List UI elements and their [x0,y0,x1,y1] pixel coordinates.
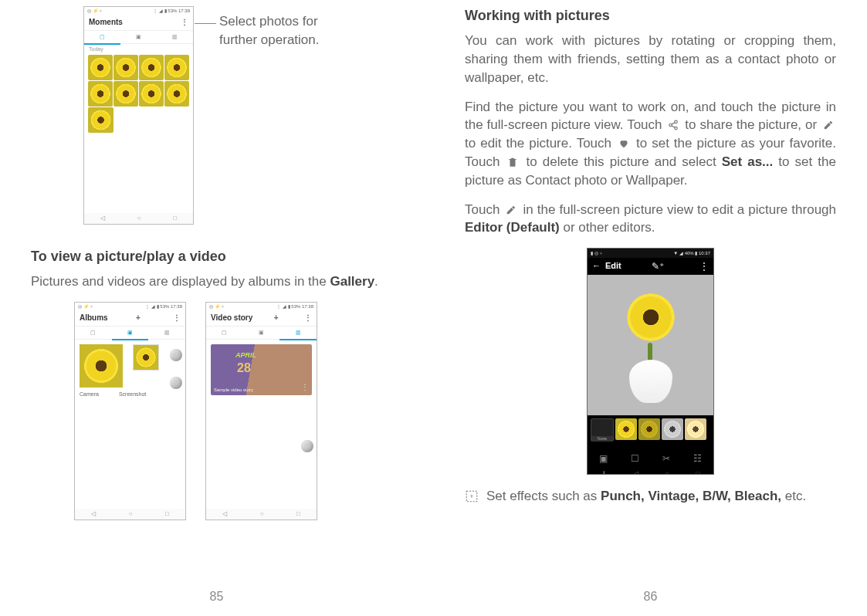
phone-mock-moments: ◎ ⚡ ♀ ⋮ ◢ ▮ 53% 17:38 Moments ⋮ ▢ ▣ ▥ To… [83,6,194,225]
share-icon [667,117,679,128]
photo-thumb[interactable] [88,81,113,107]
nav-back-icon[interactable]: ◁ [222,509,227,518]
svg-line-4 [672,126,675,127]
menu-icon[interactable]: ⋮ [300,313,317,323]
statusbar-left: ◎ ⚡ ♀ [78,303,93,310]
nav-back-icon[interactable]: ◁ [634,469,638,476]
working-p2: Find the picture you want to work on, an… [465,98,836,190]
nav-recent-icon[interactable]: □ [173,214,177,222]
tool-crop-icon[interactable]: ✂ [662,452,670,465]
tab-albums[interactable]: ▣ [243,327,280,339]
photo-thumb[interactable] [113,55,138,80]
photo-thumb[interactable] [139,81,164,107]
nav-home-icon[interactable]: ○ [665,469,669,476]
effects-bullet: + Set effects such as Punch, Vintage, B/… [465,487,836,509]
svg-line-3 [672,123,675,124]
pencil-icon [505,202,517,213]
tab-albums[interactable]: ▣ [112,327,149,340]
nav-back-icon[interactable]: ◁ [91,509,96,518]
video-more-icon[interactable]: ⋮ [301,382,309,393]
tab-albums[interactable]: ▣ [120,31,157,43]
effect-thumb[interactable] [615,418,637,440]
photo-grid [84,55,193,133]
today-label: Today [84,44,193,55]
moments-tabbar: ▢ ▣ ▥ [84,30,193,44]
svg-point-0 [675,121,678,124]
tab-videos[interactable]: ▥ [279,327,317,340]
heart-icon [618,136,630,147]
video-story-card[interactable]: APRIL 28 Sample video story ⋮ [211,344,312,395]
tab-photos[interactable]: ▢ [206,327,243,339]
nav-recent-icon[interactable]: □ [296,509,300,518]
nav-home-icon[interactable]: ○ [137,214,141,222]
slider-knob[interactable] [170,377,182,389]
tab-videos[interactable]: ▥ [157,31,193,43]
effect-thumbs: None [588,415,713,449]
callout-line [195,23,216,24]
edit-toolbar: ▣ ☐ ✂ ☷ [588,449,713,468]
nav-recent-icon[interactable]: □ [165,509,169,518]
pencil-icon [822,117,835,128]
album-label: Screenshot [119,391,146,398]
nav-home-icon[interactable]: ○ [129,509,133,518]
tab-videos[interactable]: ▥ [148,327,185,339]
view-paragraph: Pictures and videos are displayed by alb… [31,272,402,291]
album-screenshot[interactable] [133,344,159,371]
app-title: Video story [211,313,252,323]
menu-icon[interactable]: ⋮ [176,17,193,28]
photo-thumb[interactable] [113,81,138,107]
photo-thumb[interactable] [164,55,189,80]
working-p3: Touch in the full-screen picture view to… [465,201,836,238]
nav-recent-icon[interactable]: □ [696,469,700,476]
back-icon[interactable]: ← [588,260,605,272]
photo-thumb[interactable] [88,55,113,80]
statusbar-right: ▼ ◢ 40% ▮ 10:37 [673,250,710,256]
album-label: Camera [80,391,99,398]
tab-photos[interactable]: ▢ [75,327,112,339]
magic-wand-icon[interactable]: ✎⁺ [647,260,669,273]
nav-effects-icon[interactable]: ⬇ [601,469,607,476]
tool-effects-icon[interactable]: ▣ [599,452,608,465]
page-number: 86 [434,588,867,605]
photo-thumb[interactable] [88,107,113,133]
page-number: 85 [0,588,433,605]
menu-icon[interactable]: ⋮ [168,313,185,323]
edit-canvas[interactable] [588,275,713,415]
section-heading-working: Working with pictures [465,6,836,25]
album-camera[interactable] [80,344,123,388]
statusbar-left: ▮ ◎ ♀ [591,250,603,256]
svg-point-2 [675,127,678,130]
nav-back-icon[interactable]: ◁ [100,214,105,222]
video-day: 28 [237,360,251,377]
tool-frame-icon[interactable]: ☐ [631,452,639,465]
effects-bullet-icon: + [465,489,479,509]
app-title: Moments [89,17,123,28]
svg-text:+: + [469,492,473,500]
phone-mock-albums: ◎ ⚡ ♀ ⋮ ◢ ▮ 53% 17:38 Albums + ⋮ ▢ ▣ ▥ [74,302,186,520]
add-icon[interactable]: + [133,313,144,323]
phone-mock-edit: ▮ ◎ ♀ ▼ ◢ 40% ▮ 10:37 ← Edit ✎⁺ ⋮ None [587,248,714,475]
statusbar-left: ◎ ⚡ ♀ [87,8,103,14]
effect-thumb[interactable] [685,418,706,440]
tab-photos[interactable]: ▢ [84,31,120,45]
android-navbar: ◁ ○ □ [84,213,193,224]
statusbar-right: ⋮ ◢ ▮ 53% 17:38 [276,303,313,310]
effect-thumb[interactable] [662,418,683,440]
effect-none[interactable]: None [591,418,614,442]
tool-adjust-icon[interactable]: ☷ [693,452,702,465]
slider-knob[interactable] [170,349,182,361]
phone-mock-videostory: ◎ ⚡ ♀ ⋮ ◢ ▮ 53% 17:38 Video story + ⋮ ▢ … [205,302,317,520]
video-month: APRIL [235,350,256,360]
menu-icon[interactable]: ⋮ [695,260,713,273]
slider-knob[interactable] [301,440,313,452]
statusbar-left: ◎ ⚡ ♀ [209,303,225,310]
add-icon[interactable]: + [271,313,282,323]
effect-thumb[interactable] [638,418,660,440]
callout-text: Select photos for further operation. [219,12,351,49]
photo-thumb[interactable] [164,81,189,107]
svg-point-1 [669,124,672,127]
page-85: ◎ ⚡ ♀ ⋮ ◢ ▮ 53% 17:38 Moments ⋮ ▢ ▣ ▥ To… [0,0,433,616]
photo-thumb[interactable] [139,55,164,80]
edit-title: Edit [605,260,621,272]
nav-home-icon[interactable]: ○ [260,509,264,518]
